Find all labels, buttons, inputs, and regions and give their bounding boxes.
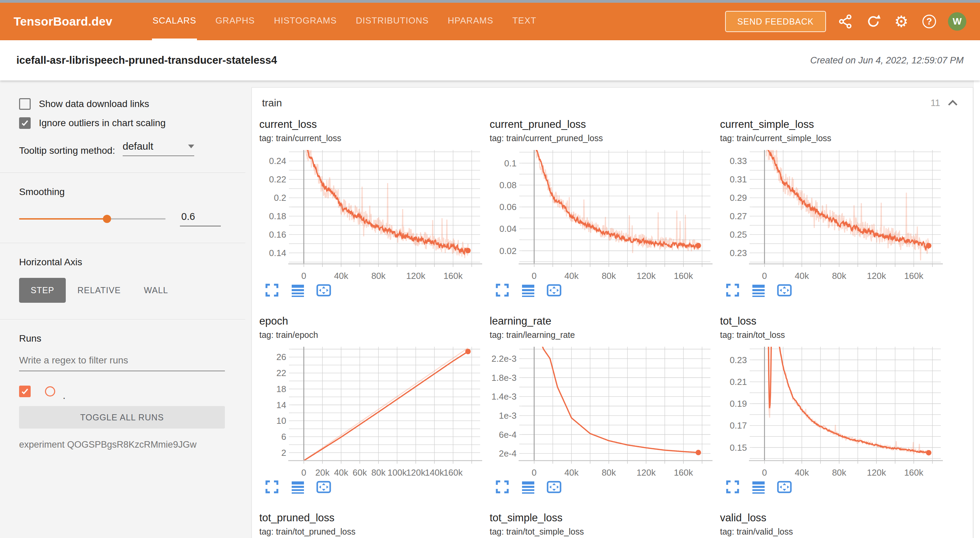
toggle-all-runs-button[interactable]: TOGGLE ALL RUNS	[19, 406, 225, 429]
train-section-header[interactable]: train 11	[252, 88, 973, 109]
experiment-title-bar: icefall-asr-librispeech-pruned-transduce…	[0, 40, 980, 80]
svg-text:1.8e-3: 1.8e-3	[492, 373, 517, 383]
slider-thumb[interactable]	[103, 215, 111, 223]
fit-domain-icon[interactable]	[546, 282, 562, 298]
data-table-icon[interactable]	[290, 282, 305, 298]
run-checkbox-checked-icon[interactable]	[19, 386, 31, 397]
chart-title: current_loss	[259, 118, 490, 131]
tooltip-sorting-dropdown[interactable]: default	[123, 140, 194, 156]
chart-plot[interactable]: 0.140.160.180.20.220.24040k80k120k160k	[259, 148, 484, 281]
svg-text:0.24: 0.24	[269, 156, 286, 166]
svg-text:0.06: 0.06	[499, 202, 517, 212]
tab-scalars[interactable]: SCALARS	[152, 3, 197, 40]
run-color-circle-icon[interactable]	[45, 386, 55, 396]
axis-option-relative[interactable]: RELATIVE	[66, 278, 132, 303]
chart-actions	[720, 282, 950, 298]
svg-text:0.16: 0.16	[269, 230, 286, 239]
fit-domain-icon[interactable]	[316, 282, 332, 298]
chart-plot[interactable]: 2e-46e-41e-31.4e-31.8e-32.2e-3040k80k120…	[490, 345, 714, 478]
svg-text:0.23: 0.23	[730, 248, 747, 258]
svg-text:160k: 160k	[443, 468, 463, 478]
svg-text:40k: 40k	[334, 468, 348, 478]
data-table-icon[interactable]	[520, 479, 536, 495]
svg-text:0: 0	[762, 271, 767, 281]
svg-text:60k: 60k	[353, 468, 368, 478]
browser-edge-strip	[0, 0, 980, 3]
chart-tag: tag: train/tot_loss	[720, 330, 950, 340]
main-nav: SCALARSGRAPHSHISTOGRAMSDISTRIBUTIONSHPAR…	[143, 3, 546, 40]
svg-text:0.25: 0.25	[730, 230, 747, 239]
share-icon[interactable]	[837, 13, 854, 30]
smoothing-slider[interactable]	[19, 218, 165, 220]
ignore-outliers-checkbox-row[interactable]: Ignore outliers in chart scaling	[19, 117, 226, 129]
svg-text:40k: 40k	[334, 271, 348, 281]
run-row[interactable]: .	[19, 386, 226, 397]
svg-text:0: 0	[531, 271, 536, 281]
svg-text:40k: 40k	[795, 468, 809, 478]
svg-text:80k: 80k	[371, 468, 386, 478]
settings-gear-icon[interactable]: ⚙	[893, 13, 910, 30]
chart-plot[interactable]: 0.150.170.190.210.23040k80k120k160k	[720, 345, 945, 478]
data-table-icon[interactable]	[290, 479, 305, 495]
fit-domain-icon[interactable]	[546, 479, 562, 495]
train-section-card: train 11 current_loss tag: train/current…	[251, 87, 973, 538]
fullscreen-icon[interactable]	[264, 282, 280, 298]
chart-plot[interactable]: 0.230.250.270.290.310.33040k80k120k160k	[720, 148, 945, 281]
fullscreen-icon[interactable]	[725, 479, 740, 495]
svg-text:26: 26	[276, 352, 286, 362]
tab-text[interactable]: TEXT	[512, 3, 537, 40]
data-table-icon[interactable]	[751, 479, 766, 495]
content-area: Show data download links Ignore outliers…	[0, 80, 980, 538]
data-table-icon[interactable]	[751, 282, 766, 298]
fullscreen-icon[interactable]	[495, 282, 510, 298]
send-feedback-button[interactable]: SEND FEEDBACK	[725, 11, 826, 32]
data-table-icon[interactable]	[520, 282, 536, 298]
tab-graphs[interactable]: GRAPHS	[215, 3, 256, 40]
tab-hparams[interactable]: HPARAMS	[447, 3, 494, 40]
runs-label: Runs	[19, 333, 226, 344]
chart-actions	[490, 282, 720, 298]
chart-tag: tag: train/current_pruned_loss	[490, 133, 720, 143]
fit-domain-icon[interactable]	[776, 282, 792, 298]
svg-text:120k: 120k	[636, 271, 656, 281]
chart-actions	[490, 479, 720, 495]
svg-text:20k: 20k	[315, 468, 330, 478]
svg-text:10: 10	[276, 416, 286, 426]
settings-sidebar: Show data download links Ignore outliers…	[0, 80, 245, 538]
axis-option-wall[interactable]: WALL	[132, 278, 180, 303]
tab-histograms[interactable]: HISTOGRAMS	[273, 3, 337, 40]
axis-option-step[interactable]: STEP	[19, 278, 66, 303]
chart-card: valid_loss tag: train/valid_loss	[720, 512, 950, 536]
fit-domain-icon[interactable]	[776, 479, 792, 495]
chart-plot[interactable]: 0.020.040.060.080.1040k80k120k160k	[490, 148, 714, 281]
chart-plot[interactable]: 261014182226020k40k60k80k100k120k140k160…	[259, 345, 484, 478]
tab-distributions[interactable]: DISTRIBUTIONS	[355, 3, 430, 40]
chart-card: epoch tag: train/epoch 261014182226020k4…	[259, 315, 490, 495]
checkbox-unchecked-icon[interactable]	[19, 98, 31, 110]
avatar[interactable]: W	[948, 12, 966, 31]
scrollbar[interactable]	[973, 80, 980, 538]
svg-text:0.15: 0.15	[730, 442, 747, 453]
svg-text:0.04: 0.04	[499, 224, 517, 234]
chart-title: current_pruned_loss	[490, 118, 720, 131]
svg-text:0.1: 0.1	[504, 158, 517, 168]
svg-text:1.4e-3: 1.4e-3	[492, 391, 517, 402]
chevron-up-icon[interactable]	[947, 99, 959, 107]
runs-filter-input[interactable]	[19, 353, 225, 371]
svg-text:14: 14	[276, 400, 286, 410]
chart-tag: tag: train/learning_rate	[490, 330, 720, 340]
fullscreen-icon[interactable]	[264, 479, 280, 495]
svg-text:100k: 100k	[387, 468, 407, 478]
checkbox-checked-icon[interactable]	[19, 117, 31, 129]
svg-text:0.2: 0.2	[274, 193, 286, 203]
smoothing-value-input[interactable]: 0.6	[180, 211, 221, 227]
show-download-links-checkbox-row[interactable]: Show data download links	[19, 98, 226, 110]
fit-domain-icon[interactable]	[316, 479, 332, 495]
svg-text:160k: 160k	[674, 271, 693, 281]
help-icon[interactable]: ?	[921, 13, 938, 30]
chart-actions	[259, 479, 490, 495]
fullscreen-icon[interactable]	[495, 479, 510, 495]
refresh-icon[interactable]	[865, 13, 882, 30]
section-title: train	[262, 97, 282, 109]
fullscreen-icon[interactable]	[725, 282, 740, 298]
